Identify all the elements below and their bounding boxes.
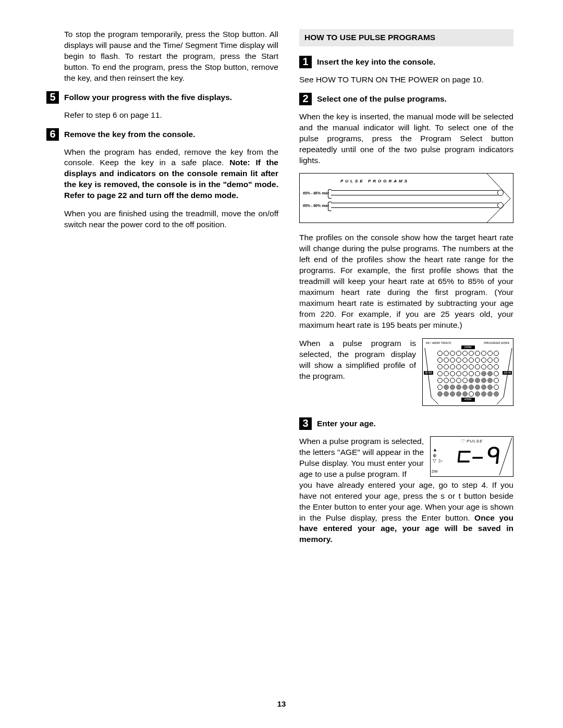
pulse-row-1: 65% - 85% max: [331, 188, 504, 198]
age-edge-line-icon: [497, 437, 513, 476]
right-column: HOW TO USE PULSE PROGRAMS 1 Insert the k…: [299, 29, 513, 552]
step-number-icon: 6: [46, 128, 59, 141]
track-header: MI / 400M TRACK PROGRAM DISPL: [426, 341, 510, 345]
step-2-title: Select one of the pulse programs.: [317, 93, 447, 105]
step-3-body2: you have already entered your age, go to…: [299, 480, 513, 546]
svg-line-5: [497, 397, 504, 404]
track-display-diagram: MI / 400M TRACK PROGRAM DISPL 200M 300M …: [422, 338, 513, 406]
pulse-label-1: 65% - 85% max: [303, 191, 329, 195]
svg-line-1: [487, 199, 510, 223]
dw-label: DW: [432, 469, 438, 474]
track-bottom-label: 400M: [461, 398, 475, 401]
step-number-icon: 5: [46, 91, 59, 104]
up-symbol: s: [440, 491, 445, 500]
arrow-icons: ▲⊕▽ ▷: [433, 447, 443, 464]
step-2-body1: When the key is inserted, the manual mod…: [299, 112, 513, 166]
step-1-body: See HOW TO TURN ON THE POWER on page 10.: [299, 75, 513, 85]
step-2-body2: The profiles on the console show how the…: [299, 232, 513, 330]
step-5-header: 5 Follow your progress with the five dis…: [46, 91, 278, 104]
track-top-label: 200M: [461, 346, 475, 349]
step-3-age-block: PULSE ▲⊕▽ ▷ ⊏̵ᑫ DW When a pulse program …: [299, 436, 513, 480]
track-left-label: 300M: [424, 371, 433, 375]
step-3-title: Enter your age.: [317, 417, 376, 429]
page-content: To stop the program temporarily, press t…: [0, 0, 563, 568]
pulse-bar-icon: [331, 190, 498, 195]
svg-line-6: [499, 438, 512, 475]
step-5-title: Follow your progress with the five displ…: [64, 91, 232, 103]
step-2-profile-block: MI / 400M TRACK PROGRAM DISPL 200M 300M …: [299, 338, 513, 410]
pulse-age-display-diagram: PULSE ▲⊕▽ ▷ ⊏̵ᑫ DW: [430, 436, 513, 477]
step-2-header: 2 Select one of the pulse programs.: [299, 93, 513, 105]
track-hdr-left: MI / 400M TRACK: [426, 341, 451, 345]
step-number-icon: 1: [299, 56, 312, 68]
step-3-header: 3 Enter your age.: [299, 417, 513, 430]
intro-paragraph: To stop the program temporarily, press t…: [64, 29, 278, 84]
step-number-icon: 2: [299, 93, 312, 105]
pulse-programs-diagram: PULSE PROGRAMS 65% - 85% max 65% - 80% m…: [299, 173, 513, 223]
diagram-header: PULSE PROGRAMS: [340, 179, 504, 184]
step-5-body: Refer to step 6 on page 11.: [64, 110, 278, 121]
track-right-label: 100M: [503, 371, 512, 375]
diagram-edge-lines-icon: [482, 174, 513, 223]
step-1-header: 1 Insert the key into the console.: [299, 56, 513, 68]
track-hdr-right: PROGRAM DISPL: [484, 341, 510, 345]
svg-line-4: [431, 397, 438, 404]
pulse-bar-icon: [331, 203, 498, 208]
svg-line-0: [487, 174, 510, 199]
pulse-row-2: 65% - 80% max: [331, 200, 504, 211]
step-6-title: Remove the key from the console.: [64, 128, 195, 140]
step-1-title: Insert the key into the console.: [317, 56, 435, 68]
step-6-body: When the program has ended, remove the k…: [64, 147, 278, 202]
step-number-icon: 3: [299, 417, 312, 430]
page-number: 13: [0, 699, 563, 708]
left-column: To stop the program temporarily, press t…: [50, 29, 278, 552]
mid-text: or: [445, 491, 458, 500]
dot-matrix-icon: [432, 350, 505, 397]
pulse-label-2: 65% - 80% max: [303, 203, 329, 208]
step-6-header: 6 Remove the key from the console.: [46, 128, 278, 141]
step-6-body2: When you are finished using the treadmil…: [64, 208, 278, 230]
section-header: HOW TO USE PULSE PROGRAMS: [299, 29, 513, 46]
